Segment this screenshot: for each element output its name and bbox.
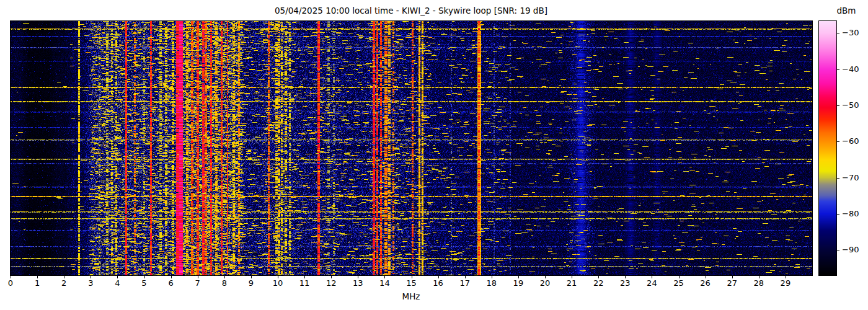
x-tick-label: 12: [321, 278, 342, 288]
x-tick-label: 2: [53, 278, 74, 288]
colorbar-tick-label: −60: [842, 136, 859, 146]
x-tick-label: 15: [401, 278, 422, 288]
x-tick-label: 19: [508, 278, 529, 288]
x-tick-label: 27: [722, 278, 743, 288]
colorbar-tick-mark: [837, 250, 839, 250]
colorbar-tick-mark: [837, 214, 839, 215]
colorbar-tick-mark: [837, 33, 839, 33]
colorbar-tick-label: −90: [842, 245, 859, 255]
x-tick-label: 6: [161, 278, 182, 288]
x-tick-label: 3: [80, 278, 101, 288]
x-axis-label: MHz: [402, 291, 420, 301]
x-tick-label: 20: [534, 278, 556, 288]
colorbar-tick-label: −30: [842, 28, 859, 38]
x-tick-label: 5: [134, 278, 155, 288]
colorbar-gradient: [819, 21, 836, 275]
colorbar-frame: [818, 20, 837, 276]
waterfall-plot-frame: [10, 20, 813, 276]
x-tick-label: 7: [187, 278, 208, 288]
colorbar-unit-label: dBm: [837, 6, 856, 16]
x-tick-label: 10: [267, 278, 288, 288]
colorbar-tick-mark: [837, 141, 839, 142]
colorbar-tick-label: −40: [842, 64, 859, 74]
x-tick-label: 29: [775, 278, 796, 288]
x-tick-label: 14: [374, 278, 395, 288]
x-tick-label: 9: [241, 278, 262, 288]
colorbar-tick-label: −70: [842, 173, 859, 183]
colorbar-tick-mark: [837, 105, 839, 106]
x-tick-label: 17: [454, 278, 476, 288]
x-tick-label: 8: [214, 278, 235, 288]
colorbar-tick-mark: [837, 69, 839, 70]
x-tick-label: 11: [294, 278, 315, 288]
x-tick-label: 22: [588, 278, 609, 288]
x-tick-label: 4: [107, 278, 128, 288]
x-tick-label: 16: [428, 278, 449, 288]
x-tick-label: 1: [27, 278, 48, 288]
spectrogram-figure: 05/04/2025 10:00 local time - KIWI_2 - S…: [0, 0, 868, 310]
x-tick-label: 24: [641, 278, 662, 288]
x-tick-label: 0: [0, 278, 21, 288]
x-tick-label: 18: [481, 278, 502, 288]
x-tick-label: 23: [614, 278, 636, 288]
x-tick-label: 28: [748, 278, 769, 288]
figure-title: 05/04/2025 10:00 local time - KIWI_2 - S…: [275, 6, 547, 16]
x-tick-label: 13: [347, 278, 368, 288]
x-tick-label: 25: [668, 278, 689, 288]
colorbar-tick-label: −80: [842, 209, 859, 219]
colorbar-tick-mark: [837, 178, 839, 179]
x-tick-label: 26: [695, 278, 716, 288]
waterfall-heatmap: [11, 21, 812, 275]
x-tick-label: 21: [561, 278, 582, 288]
colorbar-tick-label: −50: [842, 100, 859, 110]
